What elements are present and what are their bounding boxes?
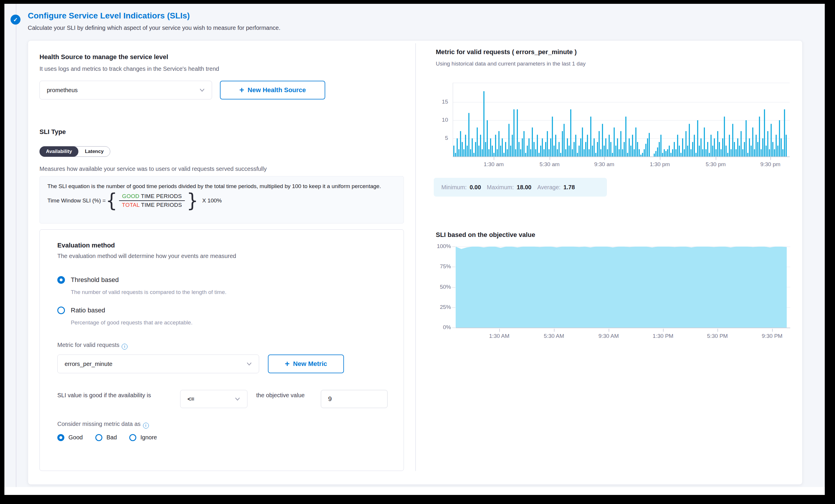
missing-ignore-label: Ignore [140, 434, 157, 441]
maximum-value: 18.00 [517, 184, 531, 191]
x-tick [660, 157, 660, 160]
threshold-based-radio[interactable] [57, 276, 65, 284]
x-tick [554, 329, 554, 332]
x-tick-label: 1:30 PM [653, 333, 674, 339]
sli-equation-box: The SLI equation is the number of good t… [40, 176, 404, 223]
new-metric-button[interactable]: New Metric [268, 355, 344, 373]
ratio-based-description: Percentage of good requests that are acc… [71, 319, 192, 326]
evaluation-method-description: The evaluation method will determine how… [57, 253, 236, 260]
x-tick [663, 329, 664, 332]
x-tick [609, 329, 609, 332]
y-tick-label: 50% [428, 284, 451, 290]
x-tick [604, 157, 605, 160]
x-tick-label: 9:30 am [594, 161, 614, 168]
y-tick-label: 25% [428, 304, 451, 310]
right-brace: } [187, 192, 198, 209]
x-tick [717, 329, 718, 332]
y-tick [452, 267, 455, 267]
sli-x-axis: 1:30 AM5:30 AM9:30 AM1:30 PM5:30 PM9:30 … [456, 328, 790, 343]
missing-good-label: Good [68, 434, 83, 441]
left-brace: { [106, 192, 117, 209]
threshold-based-description: The number of valid requests is compared… [71, 289, 226, 296]
metric-preview-title: Metric for valid requests ( errors_per_m… [436, 48, 577, 56]
x-tick [494, 157, 494, 160]
metric-x-axis: 1:30 am5:30 am9:30 am1:30 pm5:30 pm9:30 … [453, 157, 790, 171]
ratio-based-label: Ratio based [71, 306, 105, 314]
missing-metric-data-label: Consider missing metric data as [57, 421, 149, 428]
app-screen: Configure Service Level Indicatiors (SLI… [0, 0, 835, 504]
plus-icon [285, 360, 289, 368]
x-tick [550, 157, 550, 160]
sli-area [456, 247, 787, 328]
formula-fraction: GOOD TIME PERIODS TOTAL TIME PERIODS [119, 192, 185, 209]
x-tick [716, 157, 716, 160]
minimum-value: 0.00 [470, 184, 481, 191]
page-subtitle: Calculate your SLI by defining which asp… [28, 24, 281, 31]
average-value: 1.78 [564, 184, 575, 191]
health-source-select[interactable]: prometheus [40, 81, 212, 99]
sli-type-toggle: Availability Latency [40, 146, 110, 157]
x-tick-label: 1:30 pm [650, 161, 670, 168]
x-tick-label: 5:30 PM [707, 333, 728, 339]
average-label: Average: [537, 184, 561, 191]
info-icon[interactable] [143, 423, 149, 428]
health-source-selected-value: prometheus [47, 87, 200, 94]
x-tick [499, 329, 500, 332]
threshold-based-label: Threshold based [71, 276, 119, 284]
sli-type-option-latency[interactable]: Latency [78, 146, 110, 157]
minimum-label: Minimum: [441, 184, 467, 191]
fraction-denominator: TOTAL TIME PERIODS [119, 201, 185, 209]
valid-requests-metric-value: errors_per_minute [65, 361, 247, 367]
x-tick-label: 5:30 AM [544, 333, 564, 339]
y-tick-label: 100% [428, 243, 451, 249]
sli-chart-title: SLI based on the objective value [436, 231, 535, 239]
info-icon[interactable] [122, 344, 127, 349]
missing-ignore-radio[interactable] [129, 434, 136, 441]
y-tick-label: 5 [425, 135, 448, 141]
objective-sentence-after: the objective value [256, 391, 315, 400]
ratio-based-radio[interactable] [57, 306, 65, 314]
sli-equation-description: The SLI equation is the number of good t… [47, 182, 392, 190]
new-health-source-button[interactable]: New Health Source [220, 81, 325, 99]
new-metric-label: New Metric [293, 360, 327, 368]
fraction-numerator: GOOD TIME PERIODS [119, 192, 185, 201]
missing-bad-radio[interactable] [95, 434, 102, 441]
x-tick-label: 1:30 am [484, 161, 504, 168]
x-tick-label: 9:30 pm [760, 161, 780, 168]
metric-stats: Minimum: 0.00 Maximum: 18.00 Average: 1.… [434, 178, 607, 197]
formula-label: Time Window SLI (%) = [47, 198, 106, 204]
comparator-select[interactable]: <= [180, 390, 247, 408]
sli-type-option-availability[interactable]: Availability [40, 146, 78, 157]
x-tick [770, 157, 771, 160]
x-tick-label: 5:30 pm [706, 161, 726, 168]
health-source-heading: Health Source to manage the service leve… [40, 53, 168, 61]
y-tick [452, 307, 455, 308]
metric-for-valid-requests-label: Metric for valid requests [57, 342, 127, 349]
evaluation-method-box [40, 229, 404, 471]
sli-type-heading: SLI Type [40, 128, 66, 136]
comparator-value: <= [187, 396, 235, 403]
metric-preview-subtitle: Using historical data and current parame… [436, 61, 586, 67]
valid-requests-metric-select[interactable]: errors_per_minute [57, 355, 259, 373]
step-complete-check-icon [11, 15, 20, 24]
y-tick-label: 10 [425, 117, 448, 123]
metric-bars [453, 83, 787, 157]
health-source-description: It uses logs and metrics to track change… [40, 65, 219, 72]
chevron-down-icon [247, 362, 252, 366]
chevron-down-icon [200, 88, 205, 92]
chevron-down-icon [235, 397, 240, 401]
column-divider [415, 43, 416, 471]
x-tick-label: 5:30 am [539, 161, 560, 168]
x-tick-label: 1:30 AM [489, 333, 509, 339]
objective-value-input[interactable] [321, 390, 388, 408]
new-health-source-label: New Health Source [248, 86, 306, 94]
x-tick-label: 9:30 AM [598, 333, 619, 339]
objective-sentence-before: SLI value is good if the availability is [57, 391, 174, 400]
missing-bad-label: Bad [106, 434, 117, 441]
x-tick [772, 329, 773, 332]
y-tick-label: 0% [428, 324, 451, 330]
wizard-step-connector [16, 4, 16, 487]
plus-icon [239, 86, 244, 95]
missing-good-radio[interactable] [57, 434, 64, 441]
evaluation-method-heading: Evaluation method [57, 242, 115, 249]
